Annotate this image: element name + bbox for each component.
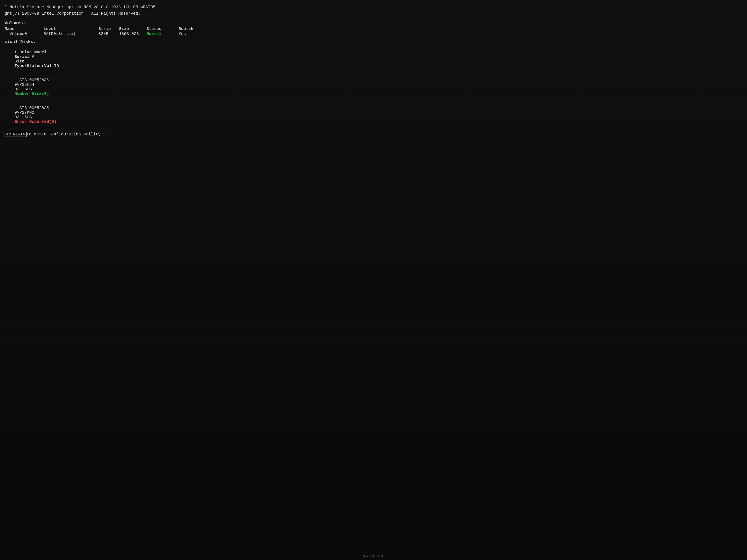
vol-col-strip: Strip	[98, 27, 119, 31]
ctrl-i-line: <CTRL-I> to enter Configuration Utility.…	[5, 132, 740, 137]
header-line-2: ght(C) 2003-08 Intel Corporation. All Ri…	[5, 10, 740, 17]
vol-size: 1863.0GB	[119, 32, 147, 36]
vol-col-status: Status	[147, 27, 179, 31]
disk-column-headers: t Drive Model Serial # Size Type/Status(…	[5, 45, 740, 73]
disk1-status: Error Occurred(0)	[15, 119, 83, 124]
volume-row-0: Volume0 RAID0(Stripe) 32KB 1863.0GB Norm…	[5, 32, 740, 36]
vol-name: Volume0	[5, 32, 44, 36]
vol-col-bootable: Bootab	[179, 27, 201, 31]
disk-col-size: Size	[15, 59, 44, 63]
vol-level: RAID0(Stripe)	[44, 32, 98, 36]
disk-col-model: t Drive Model	[15, 50, 69, 54]
disk0-size: 931.5GB	[15, 87, 44, 91]
ctrl-i-box: <CTRL-I>	[5, 132, 27, 137]
vol-strip: 32KB	[98, 32, 119, 36]
disk-col-serial: Serial #	[15, 54, 97, 59]
vol-col-level: Level	[44, 27, 98, 31]
disk1-model: ST31000528AS	[15, 106, 69, 110]
disk-row-0: ST31000528AS 9VP28H54 931.5GB Member Dis…	[5, 73, 740, 101]
volumes-label: Volumes:	[5, 21, 740, 26]
vol-col-size: Size	[119, 27, 147, 31]
vol-bootable: Yes	[179, 32, 201, 36]
disk0-model: ST31000528AS	[15, 78, 69, 82]
vol-status: Normal	[147, 32, 179, 36]
header-line-1: ) Matrix Storage Manager option ROM v8.0…	[5, 4, 740, 10]
brand-label: SAMSUNG	[363, 555, 384, 558]
disk-row-1: ST31000528AS 9VP27KN2 931.5GB Error Occu…	[5, 101, 740, 129]
vol-col-name: Name	[5, 27, 44, 31]
disk-col-type: Type/Status(Vol ID	[15, 63, 83, 68]
ctrl-i-text: to enter Configuration Utility.........	[27, 132, 123, 137]
disk1-serial: 9VP27KN2	[15, 110, 97, 115]
disk1-size: 931.5GB	[15, 115, 44, 119]
volumes-column-headers: Name Level Strip Size Status Bootab	[5, 27, 740, 31]
disk0-status: Member Disk(0)	[15, 91, 83, 96]
disks-label: sical Disks:	[5, 39, 740, 44]
bios-screen: ) Matrix Storage Manager option ROM v8.0…	[0, 0, 747, 560]
disk0-serial: 9VP28H54	[15, 82, 97, 87]
